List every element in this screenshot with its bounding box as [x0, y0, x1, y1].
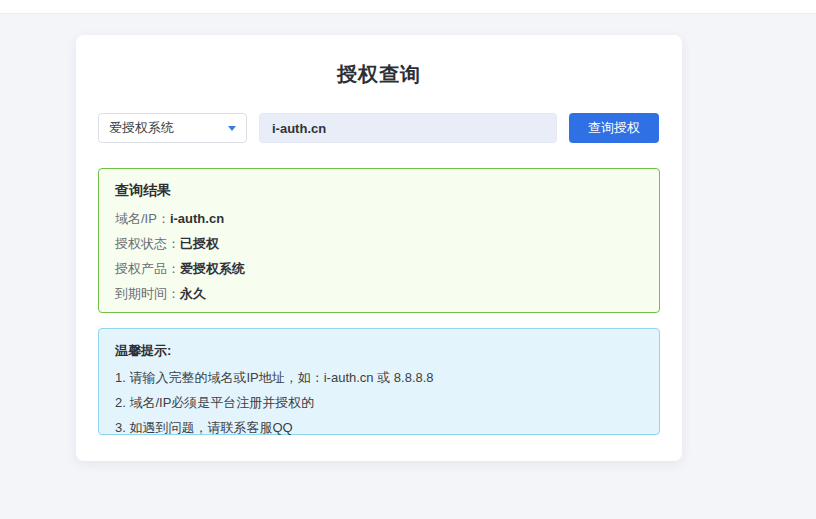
product-select[interactable]: 爱授权系统	[98, 113, 247, 143]
result-row-product: 授权产品：爱授权系统	[115, 262, 643, 275]
tip-item: 3. 如遇到问题，请联系客服QQ	[115, 420, 643, 435]
query-form-row: 爱授权系统 查询授权	[98, 113, 660, 143]
result-label: 域名/IP：	[115, 211, 170, 226]
domain-input[interactable]	[259, 113, 557, 143]
result-label: 到期时间：	[115, 286, 180, 301]
result-value: i-auth.cn	[170, 211, 224, 226]
tip-item: 1. 请输入完整的域名或IP地址，如：i-auth.cn 或 8.8.8.8	[115, 370, 643, 385]
result-panel-title: 查询结果	[115, 182, 643, 200]
chevron-down-icon	[228, 126, 236, 131]
result-row-domain: 域名/IP：i-auth.cn	[115, 212, 643, 225]
result-row-expiry: 到期时间：永久	[115, 287, 643, 300]
page-title: 授权查询	[98, 61, 660, 88]
result-row-status: 授权状态：已授权	[115, 237, 643, 250]
top-bar	[0, 0, 816, 14]
result-value: 已授权	[180, 236, 219, 251]
product-select-value: 爱授权系统	[109, 119, 174, 137]
result-label: 授权状态：	[115, 236, 180, 251]
query-auth-button[interactable]: 查询授权	[569, 113, 659, 143]
result-panel: 查询结果 域名/IP：i-auth.cn 授权状态：已授权 授权产品：爱授权系统…	[98, 168, 660, 313]
result-value: 爱授权系统	[180, 261, 245, 276]
result-value: 永久	[180, 286, 206, 301]
tip-item: 2. 域名/IP必须是平台注册并授权的	[115, 395, 643, 410]
tips-panel: 温馨提示: 1. 请输入完整的域名或IP地址，如：i-auth.cn 或 8.8…	[98, 328, 660, 435]
tips-panel-title: 温馨提示:	[115, 342, 643, 360]
auth-query-card: 授权查询 爱授权系统 查询授权 查询结果 域名/IP：i-auth.cn 授权状…	[76, 35, 682, 461]
result-label: 授权产品：	[115, 261, 180, 276]
